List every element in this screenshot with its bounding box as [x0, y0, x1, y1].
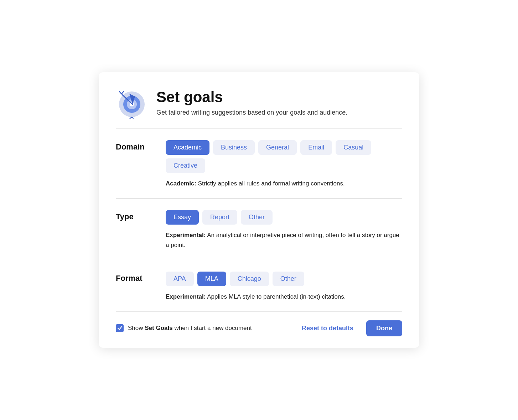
format-content: APA MLA Chicago Other Experimental: Appl… — [166, 272, 402, 301]
svg-line-7 — [121, 91, 124, 94]
page-title: Set goals — [156, 89, 347, 105]
domain-chip-business[interactable]: Business — [213, 140, 255, 155]
format-chip-chicago[interactable]: Chicago — [230, 272, 269, 286]
svg-line-6 — [119, 91, 121, 94]
type-desc-label: Experimental: — [166, 232, 206, 238]
domain-chip-creative[interactable]: Creative — [166, 158, 205, 173]
domain-desc-label: Academic: — [166, 180, 196, 187]
type-chip-report[interactable]: Report — [202, 210, 237, 225]
header-text: Set goals Get tailored writing suggestio… — [156, 89, 347, 116]
footer-label-bold: Set Goals — [145, 325, 172, 331]
reset-to-defaults-button[interactable]: Reset to defaults — [296, 321, 359, 336]
type-section: Type Essay Report Other Experimental: An… — [116, 199, 402, 259]
domain-chip-general[interactable]: General — [258, 140, 297, 155]
format-chips: APA MLA Chicago Other — [166, 272, 402, 286]
done-button[interactable]: Done — [366, 320, 402, 336]
type-label: Type — [116, 210, 151, 221]
domain-desc-text: Strictly applies all rules and formal wr… — [198, 180, 345, 187]
type-chip-essay[interactable]: Essay — [166, 210, 199, 225]
footer-label-post: when I start a new document — [173, 325, 252, 331]
format-desc-label: Experimental: — [166, 293, 206, 300]
domain-content: Academic Business General Email Casual C… — [166, 140, 402, 188]
domain-chip-academic[interactable]: Academic — [166, 140, 209, 155]
type-content: Essay Report Other Experimental: An anal… — [166, 210, 402, 250]
format-description: Experimental: Applies MLA style to paren… — [166, 292, 402, 301]
svg-line-9 — [132, 117, 136, 119]
set-goals-modal: Set goals Get tailored writing suggestio… — [99, 72, 419, 348]
format-chip-other[interactable]: Other — [273, 272, 304, 286]
type-description: Experimental: An analytical or interpret… — [166, 230, 402, 250]
domain-description: Academic: Strictly applies all rules and… — [166, 179, 402, 188]
domain-section: Domain Academic Business General Email C… — [116, 129, 402, 198]
type-chip-other[interactable]: Other — [241, 210, 273, 225]
domain-label: Domain — [116, 140, 151, 152]
modal-header: Set goals Get tailored writing suggestio… — [116, 86, 402, 119]
footer-right: Reset to defaults Done — [296, 320, 402, 336]
footer-label-pre: Show — [128, 325, 145, 331]
svg-line-8 — [127, 117, 132, 119]
show-set-goals-checkbox[interactable] — [116, 324, 124, 332]
format-label: Format — [116, 272, 151, 283]
type-chips: Essay Report Other — [166, 210, 402, 225]
domain-chip-casual[interactable]: Casual — [336, 140, 371, 155]
footer-left: Show Set Goals when I start a new docume… — [116, 324, 252, 332]
format-section: Format APA MLA Chicago Other Experimenta… — [116, 260, 402, 311]
page-subtitle: Get tailored writing suggestions based o… — [156, 109, 347, 116]
format-chip-apa[interactable]: APA — [166, 272, 194, 286]
domain-chip-email[interactable]: Email — [300, 140, 332, 155]
target-icon — [116, 86, 148, 119]
format-desc-text: Applies MLA style to parenthetical (in-t… — [207, 293, 346, 300]
domain-chips: Academic Business General Email Casual C… — [166, 140, 402, 173]
footer-checkbox-label: Show Set Goals when I start a new docume… — [128, 325, 252, 332]
modal-footer: Show Set Goals when I start a new docume… — [116, 311, 402, 336]
format-chip-mla[interactable]: MLA — [197, 272, 226, 286]
